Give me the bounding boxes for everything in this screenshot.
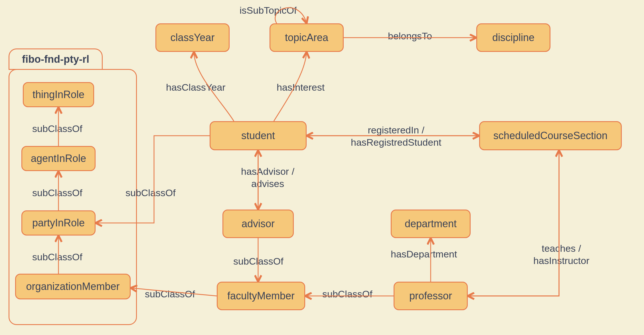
edge-label-belongsTo: belongsTo <box>388 30 432 42</box>
node-label: advisor <box>242 218 275 230</box>
package-tab: fibo-fnd-pty-rl <box>9 48 103 70</box>
edge-label-subClassOf-g: subClassOf <box>322 288 372 300</box>
edge-label-subClassOf-c: subClassOf <box>32 251 82 263</box>
edge-text: hasAdvisor / advises <box>241 166 294 189</box>
edge-label-registeredIn: registeredIn / hasRegistredStudent <box>351 124 442 148</box>
node-partyInRole: partyInRole <box>21 210 96 235</box>
edge-label-hasDepartment: hasDepartment <box>391 248 457 260</box>
node-label: professor <box>409 290 452 302</box>
node-department: department <box>391 210 471 238</box>
node-student: student <box>210 121 307 150</box>
edge-label-subClassOf-a: subClassOf <box>32 123 82 135</box>
node-label: discipline <box>492 32 534 44</box>
node-agentInRole: agentInRole <box>21 146 96 171</box>
node-thingInRole: thingInRole <box>23 82 94 107</box>
node-discipline: discipline <box>476 23 550 52</box>
edge-text: teaches / hasInstructor <box>533 243 590 266</box>
node-label: partyInRole <box>32 217 85 229</box>
edge-label-subClassOf-d: subClassOf <box>125 187 176 199</box>
edge-label-isSubTopicOf: isSubTopicOf <box>240 4 297 17</box>
edge-label-hasClassYear: hasClassYear <box>166 81 226 94</box>
node-label: department <box>405 218 457 230</box>
node-label: classYear <box>171 32 215 44</box>
edge-label-hasInterest: hasInterest <box>277 81 325 94</box>
edge-label-subClassOf-e: subClassOf <box>145 288 195 300</box>
node-label: organizationMember <box>26 281 120 293</box>
node-professor: professor <box>394 282 468 310</box>
edge-label-teaches: teaches / hasInstructor <box>533 242 590 267</box>
node-facultyMember: facultyMember <box>217 282 305 310</box>
node-organizationMember: organizationMember <box>15 274 131 299</box>
node-label: student <box>241 130 275 142</box>
node-label: scheduledCourseSection <box>493 130 607 142</box>
edge-label-subClassOf-b: subClassOf <box>32 187 82 199</box>
node-label: facultyMember <box>227 290 295 302</box>
node-label: topicArea <box>285 32 328 44</box>
edge-label-subClassOf-f: subClassOf <box>233 255 283 267</box>
node-topicArea: topicArea <box>270 23 344 52</box>
package-title: fibo-fnd-pty-rl <box>22 53 89 65</box>
node-scheduledCourseSection: scheduledCourseSection <box>479 121 622 150</box>
node-classYear: classYear <box>155 23 230 52</box>
node-label: thingInRole <box>33 89 84 101</box>
node-advisor: advisor <box>222 210 294 238</box>
node-label: agentInRole <box>31 153 86 165</box>
edge-label-hasAdvisor: hasAdvisor / advises <box>241 165 294 190</box>
edge-text: registeredIn / hasRegistredStudent <box>351 125 442 148</box>
